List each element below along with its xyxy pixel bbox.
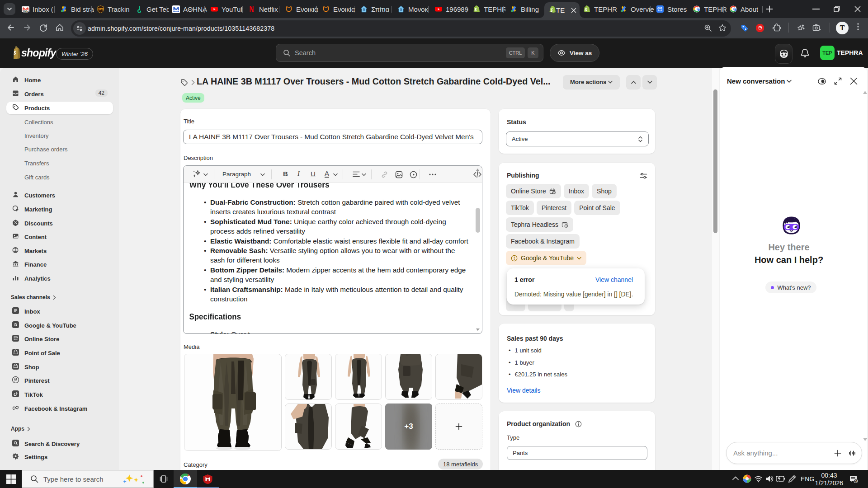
svg-text:S: S — [400, 8, 402, 12]
svg-text:UPS: UPS — [98, 8, 104, 11]
svg-text:5: 5 — [855, 479, 857, 483]
svg-text:Meteo: Meteo — [175, 10, 178, 12]
svg-text:100+: 100+ — [23, 9, 29, 13]
svg-text:S: S — [363, 8, 365, 12]
